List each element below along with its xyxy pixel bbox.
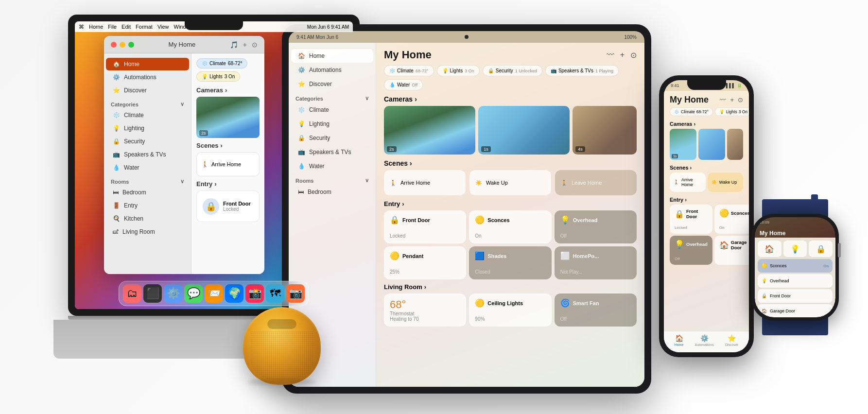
entry-chevron-icon[interactable]: ›: [214, 180, 216, 188]
watch-sconces-item[interactable]: 🟡 Sconces On: [758, 259, 833, 273]
ipad-water-chip[interactable]: 💧 Water Off: [384, 79, 423, 90]
scenes-arrow-icon[interactable]: ›: [410, 159, 412, 167]
ipad-sidebar-water[interactable]: 💧 Water: [291, 159, 373, 173]
ipad-sidebar-discover[interactable]: ⭐ Discover: [291, 77, 373, 91]
ipad-camera-3[interactable]: 4s: [573, 106, 637, 155]
categories-chevron[interactable]: ∨: [180, 101, 184, 107]
ipad-sidebar-automations[interactable]: ⚙️ Automations: [291, 63, 373, 77]
camera-thumbnail-mac[interactable]: 2s: [196, 97, 260, 138]
iphone-cameras-arrow[interactable]: ›: [694, 121, 695, 127]
watch-icon-home[interactable]: 🏠: [758, 241, 781, 257]
menu-view[interactable]: View: [157, 24, 169, 30]
sidebar-item-lighting-mac[interactable]: 💡 Lighting: [106, 122, 189, 135]
sidebar-item-security-mac[interactable]: 🔒 Security: [106, 135, 189, 148]
arrive-home-scene-ipad[interactable]: 🚶 Arrive Home: [384, 170, 466, 195]
iphone-cam-1[interactable]: 3s: [670, 129, 696, 160]
sidebar-item-bedroom[interactable]: 🛏 Bedroom: [106, 186, 189, 199]
iphone-more-icon[interactable]: ⊙: [738, 96, 743, 104]
iphone-tab-home[interactable]: 🏠 Home: [675, 334, 684, 346]
iphone-cam-3[interactable]: [727, 129, 743, 160]
iphone-add-icon[interactable]: +: [730, 96, 734, 104]
dock-icon-mail[interactable]: 📨: [205, 284, 223, 303]
ipad-more-icon[interactable]: ⊙: [630, 51, 637, 60]
sidebar-item-climate-mac[interactable]: ❄️ Climate: [106, 109, 189, 121]
iphone-cam-2[interactable]: [698, 129, 725, 160]
ceiling-lights-card-ipad[interactable]: 🟡 Ceiling Lights 90%: [469, 293, 551, 327]
iphone-sconces[interactable]: 🟡 Sconces On: [714, 205, 749, 234]
front-door-card-ipad[interactable]: 🔒 Front Door Locked: [384, 210, 466, 243]
pendant-card-ipad[interactable]: 🟡 Pendant 25%: [384, 246, 466, 279]
ipad-climate-chip[interactable]: ❄️ Climate 68-72°: [384, 65, 434, 76]
menu-home[interactable]: Home: [89, 24, 103, 30]
iphone-overhead[interactable]: 💡 Overhead Off: [670, 236, 712, 265]
minimize-button[interactable]: [120, 42, 125, 48]
iphone-front-door[interactable]: 🔒 Front Door Locked: [670, 205, 712, 234]
overhead-card-ipad[interactable]: 💡 Overhead Off: [555, 210, 637, 243]
dock-icon-finder[interactable]: 🗂: [123, 284, 141, 303]
ipad-sidebar-security[interactable]: 🔒 Security: [291, 131, 373, 145]
sidebar-item-automations-mac[interactable]: ⚙️ Automations: [106, 71, 189, 84]
maximize-button[interactable]: [128, 42, 134, 48]
dock-icon-safari[interactable]: 🌍: [225, 284, 243, 303]
close-button[interactable]: [111, 42, 117, 48]
more-icon[interactable]: ⊙: [252, 41, 258, 49]
smart-fan-card-ipad[interactable]: 🌀 Smart Fan Off: [555, 293, 637, 327]
sidebar-item-entry[interactable]: 🚪 Entry: [106, 199, 189, 212]
iphone-arrive-home-scene[interactable]: 🚶 Arrive Home: [670, 172, 706, 192]
iphone-lights-chip[interactable]: 💡 Lights 3 On: [715, 107, 749, 116]
dock-icon-system[interactable]: ⚙️: [164, 284, 182, 303]
lights-chip-mac[interactable]: 💡 Lights 3 On: [196, 71, 240, 82]
menu-edit[interactable]: Edit: [122, 24, 131, 30]
cameras-arrow-icon[interactable]: ›: [415, 95, 417, 103]
watch-overhead-item[interactable]: 💡 Overhead: [758, 274, 833, 288]
climate-chip-mac[interactable]: ❄️ Climate 68-72°: [196, 58, 247, 69]
watch-frontdoor-item[interactable]: 🔒 Front Door: [758, 289, 833, 303]
entry-arrow-icon[interactable]: ›: [402, 200, 404, 207]
homepod-card-ipad[interactable]: ⬜ HomePo... Not Play...: [555, 246, 637, 279]
rooms-chevron[interactable]: ∨: [180, 178, 184, 185]
iphone-garage[interactable]: 🏠 Garage Door: [714, 236, 749, 265]
watch-garage-item[interactable]: 🏠 Garage Door: [758, 304, 833, 317]
dock-icon-camera[interactable]: 📷: [286, 284, 305, 303]
sidebar-item-home-mac[interactable]: 🏠 Home: [106, 58, 189, 70]
menu-file[interactable]: File: [108, 24, 117, 30]
ipad-sidebar-speakers[interactable]: 📺 Speakers & TVs: [291, 145, 373, 159]
iphone-wake-up-scene[interactable]: ☀️ Wake Up: [708, 172, 744, 192]
scenes-chevron-icon[interactable]: ›: [221, 142, 223, 149]
arrive-home-scene-mac[interactable]: 🚶 Arrive Home: [196, 152, 260, 176]
dock-icon-launchpad[interactable]: ⬛: [143, 284, 162, 303]
dock-icon-photos[interactable]: 📸: [245, 284, 264, 303]
ipad-categories-chevron[interactable]: ∨: [365, 95, 369, 102]
ipad-add-icon[interactable]: +: [620, 51, 625, 60]
front-door-card-mac[interactable]: 🔒 Front Door Locked: [196, 190, 260, 222]
livingroom-arrow-icon[interactable]: ›: [424, 283, 426, 291]
iphone-entry-arrow[interactable]: ›: [685, 197, 687, 203]
add-icon[interactable]: +: [243, 41, 247, 49]
sidebar-item-livingroom[interactable]: 🛋 Living Room: [106, 225, 189, 238]
sconces-card-ipad[interactable]: 🟡 Sconces On: [469, 210, 551, 243]
iphone-tab-automations[interactable]: ⚙️ Automations: [695, 334, 714, 346]
ipad-security-chip[interactable]: 🔒 Security 1 Unlocked: [483, 65, 542, 76]
ipad-sidebar-lighting[interactable]: 💡 Lighting: [291, 117, 373, 131]
iphone-waveform-icon[interactable]: 〰: [720, 96, 726, 104]
sidebar-item-kitchen[interactable]: 🍳 Kitchen: [106, 212, 189, 225]
iphone-tab-discover[interactable]: ⭐ Discover: [725, 334, 738, 346]
shades-card-ipad[interactable]: 🟦 Shades Closed: [469, 246, 551, 279]
dock-icon-messages[interactable]: 💬: [184, 284, 203, 303]
iphone-scenes-arrow[interactable]: ›: [690, 165, 692, 171]
ipad-lights-chip[interactable]: 💡 Lights 3 On: [437, 65, 480, 76]
ipad-sidebar-bedroom[interactable]: 🛏 Bedroom: [291, 185, 373, 199]
watch-icon-lights[interactable]: 💡: [783, 241, 807, 257]
ipad-waveform-icon[interactable]: 〰: [607, 51, 614, 60]
dock-icon-maps[interactable]: 🗺: [266, 284, 284, 303]
wake-up-scene-ipad[interactable]: ☀️ Wake Up: [469, 170, 551, 195]
ipad-speakers-chip[interactable]: 📺 Speakers & TVs 1 Playing: [545, 65, 619, 76]
iphone-climate-chip[interactable]: ❄️ Climate 68-72°: [670, 107, 713, 116]
watch-icon-lock[interactable]: 🔒: [809, 241, 833, 257]
sidebar-item-speakers-mac[interactable]: 📺 Speakers & TVs: [106, 148, 189, 161]
leave-home-scene-ipad[interactable]: 🚶 Leave Home: [555, 170, 637, 195]
cameras-chevron-icon[interactable]: ›: [225, 86, 227, 94]
sidebar-item-discover-mac[interactable]: ⭐ Discover: [106, 84, 189, 97]
ipad-camera-1[interactable]: 2s: [384, 106, 475, 155]
ipad-sidebar-climate[interactable]: ❄️ Climate: [291, 103, 373, 117]
